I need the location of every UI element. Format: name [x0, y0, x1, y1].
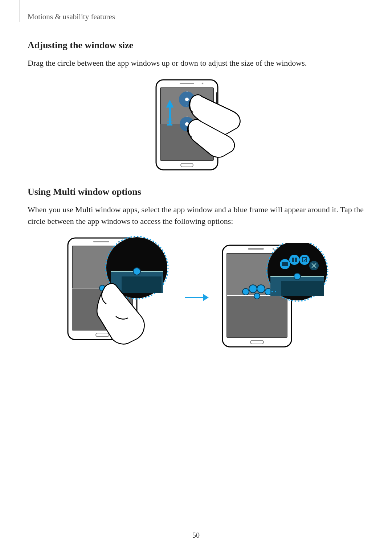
illustration-drag-resize: ˄ ˅ ˄ ˅	[142, 78, 250, 172]
page-number: 50	[0, 531, 392, 539]
heading-multi-window-options: Using Multi window options	[28, 186, 364, 197]
svg-point-3	[202, 83, 204, 85]
svg-rect-59	[292, 258, 294, 262]
svg-rect-42	[227, 295, 287, 337]
heading-adjust-window: Adjusting the window size	[28, 40, 364, 51]
figure-multi-window-options	[28, 236, 364, 359]
section-header: Motions & usability features	[28, 12, 115, 21]
svg-point-40	[273, 248, 274, 250]
illustration-tap-handle	[61, 236, 177, 359]
svg-rect-60	[295, 258, 297, 262]
svg-rect-32	[122, 276, 162, 293]
svg-rect-57	[282, 262, 288, 266]
svg-point-46	[257, 285, 265, 293]
svg-point-48	[254, 293, 260, 299]
svg-text:˅: ˅	[186, 104, 188, 108]
svg-point-45	[249, 285, 257, 293]
svg-rect-39	[248, 248, 264, 250]
svg-point-55	[294, 273, 301, 280]
body-multi-window-options: When you use Multi window apps, select t…	[28, 204, 364, 227]
header-rule	[20, 0, 20, 22]
body-adjust-window: Drag the circle between the app windows …	[28, 57, 364, 69]
illustration-options-open	[215, 243, 331, 352]
svg-rect-2	[180, 83, 194, 84]
svg-rect-22	[93, 241, 109, 242]
svg-marker-37	[203, 294, 209, 301]
svg-point-44	[242, 288, 249, 295]
svg-point-58	[289, 255, 299, 265]
svg-text:˄: ˄	[186, 115, 188, 119]
svg-point-8	[185, 98, 189, 101]
arrow-right-icon	[183, 290, 209, 305]
svg-point-34	[133, 268, 140, 275]
svg-text:˄: ˄	[186, 91, 188, 94]
svg-point-61	[299, 255, 310, 265]
svg-rect-53	[281, 281, 324, 296]
figure-adjust-window: ˄ ˅ ˄ ˅	[28, 78, 364, 172]
